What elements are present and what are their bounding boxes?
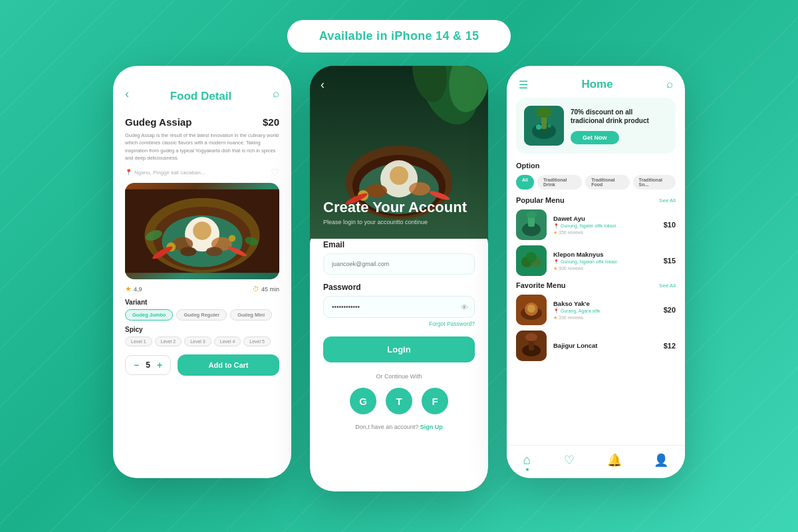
variant-tag-mini[interactable]: Gudeg Mini [230, 309, 272, 321]
location-row: 📍 Nganu, Pinggir kali cacaban... ♡ [125, 167, 279, 178]
bakso-image [516, 295, 547, 325]
login-back-icon[interactable]: ‹ [321, 78, 325, 92]
rating-time-row: ★ 4,9 ⏱ 45 min [125, 285, 279, 293]
dawet-price: $10 [664, 221, 676, 229]
bajigur-image [516, 331, 547, 361]
svg-point-34 [536, 107, 552, 118]
menu-item-klepon[interactable]: Klepon Maknyus 📍 Gunung, Ngalan sifik lo… [516, 245, 676, 276]
nav-home-icon[interactable]: ⌂ [523, 452, 531, 467]
login-button[interactable]: Login [323, 336, 475, 362]
svg-point-5 [193, 221, 211, 240]
bakso-price: $20 [664, 306, 676, 314]
star-icon: ★ [125, 285, 132, 293]
option-all[interactable]: All [516, 175, 534, 190]
spicy-level-1[interactable]: Level 1 [125, 336, 152, 346]
nav-profile-icon[interactable]: 👤 [654, 453, 668, 467]
bajigur-info: Bajigur Loncat [553, 342, 657, 350]
favorite-section-row: Favorite Menu See All [516, 281, 676, 289]
svg-point-52 [525, 333, 537, 341]
eye-icon[interactable]: 👁 [461, 303, 468, 311]
login-title: Create Your Account [323, 199, 475, 216]
twitter-login-button[interactable]: T [386, 388, 412, 414]
home-search-icon[interactable]: ⌕ [666, 78, 673, 91]
dawet-image [516, 209, 547, 240]
klepon-reviews: ★ 300 reviews [553, 266, 657, 271]
hamburger-icon[interactable]: ☰ [519, 78, 528, 91]
spicy-level-2[interactable]: Level 2 [155, 336, 182, 346]
variant-tag-reguler[interactable]: Gudeg Reguler [176, 309, 227, 321]
home-header: ☰ Home ⌕ [507, 66, 685, 98]
svg-point-40 [526, 211, 537, 218]
food-rating: ★ 4,9 [125, 285, 142, 293]
phones-container: ‹ Food Detail ⌕ Gudeg Assiap $20 Gudeg A… [113, 66, 685, 491]
menu-item-dawet[interactable]: Dawet Ayu 📍 Gunung, Ngaler sifik lokasi … [516, 209, 676, 240]
add-to-cart-button[interactable]: Add to Cart [178, 354, 279, 376]
email-input[interactable] [323, 253, 475, 275]
svg-point-35 [536, 124, 541, 130]
login-subtitle: Please login to your accountto continue [323, 219, 475, 225]
svg-point-44 [526, 252, 537, 263]
google-login-button[interactable]: G [350, 388, 376, 414]
spicy-level-5[interactable]: Level 5 [243, 336, 271, 346]
svg-point-27 [409, 182, 430, 196]
quantity-control: − 5 + [125, 355, 171, 375]
login-hero: ‹ Create Your Account Please login to yo… [310, 66, 488, 239]
bakso-location: 📍 Gurang, Agara sifik [553, 309, 657, 314]
signup-link[interactable]: Sign Up [420, 424, 443, 430]
spicy-level-4[interactable]: Level 4 [214, 336, 241, 346]
food-price: $20 [263, 116, 279, 128]
menu-item-bajigur[interactable]: Bajigur Loncat $12 [516, 331, 676, 361]
social-icons: G T F [323, 388, 475, 414]
food-name-row: Gudeg Assiap $20 [125, 116, 279, 128]
home-body: 70% discount on all tradicional drink pr… [507, 98, 685, 445]
svg-point-8 [180, 247, 196, 256]
promo-content: 70% discount on all tradicional drink pr… [571, 108, 668, 144]
svg-point-25 [390, 166, 408, 185]
nav-favorites-icon[interactable]: ♡ [564, 453, 575, 467]
spicy-label: Spicy [125, 326, 279, 333]
back-icon[interactable]: ‹ [125, 87, 129, 101]
nav-notifications-icon[interactable]: 🔔 [607, 453, 622, 467]
or-divider: Or Continue With [323, 373, 475, 380]
login-form: Email Password 👁 Forgot Password? Login … [310, 225, 488, 491]
klepon-price: $15 [664, 257, 676, 265]
klepon-location: 📍 Gunung, Ngalan sifik lokasi [553, 259, 657, 265]
variant-tag-jumbo[interactable]: Gudeg Jumbo [125, 309, 173, 321]
location-text: 📍 Nganu, Pinggir kali cacaban... [125, 169, 205, 176]
favorite-see-all[interactable]: See All [659, 283, 676, 289]
spicy-level-3[interactable]: Level 3 [184, 336, 211, 346]
qty-decrease[interactable]: − [134, 360, 139, 370]
get-now-button[interactable]: Get Now [571, 131, 619, 144]
food-description: Gudeg Assap is the result of the latest … [125, 132, 279, 162]
option-traditional-drink[interactable]: Traditional Drink [537, 175, 582, 190]
qty-increase[interactable]: + [157, 360, 162, 370]
signup-text: Don,t have an account? Sign Up [323, 424, 475, 430]
location-icon: 📍 [125, 169, 132, 176]
bajigur-price: $12 [664, 342, 676, 350]
password-field-wrap: 👁 [323, 296, 475, 318]
password-input[interactable] [323, 296, 475, 318]
food-name: Gudeg Assiap [125, 116, 192, 128]
svg-point-48 [527, 305, 535, 313]
svg-point-9 [206, 247, 222, 256]
svg-point-36 [547, 124, 551, 128]
home-title: Home [581, 78, 612, 91]
food-detail-header: ‹ Food Detail ⌕ [113, 66, 291, 116]
spicy-tags: Level 1 Level 2 Level 3 Level 4 Level 5 [125, 336, 279, 346]
popular-section-title: Popular Menu [516, 196, 565, 204]
popular-see-all[interactable]: See All [659, 198, 676, 203]
location-pin-icon: 📍 [553, 223, 559, 229]
option-traditional-sn[interactable]: Traditional Sn... [633, 175, 676, 190]
facebook-login-button[interactable]: F [422, 388, 448, 414]
search-icon[interactable]: ⌕ [273, 87, 279, 100]
forgot-password-link[interactable]: Forgot Password? [323, 321, 475, 327]
favorite-icon[interactable]: ♡ [271, 167, 279, 178]
phone-login: ‹ Create Your Account Please login to yo… [310, 66, 488, 491]
dawet-location: 📍 Gunung, Ngaler sifik lokasi [553, 223, 657, 229]
location-pin3-icon: 📍 [553, 309, 559, 314]
bakso-name: Bakso Yak'e [553, 300, 657, 307]
menu-item-bakso[interactable]: Bakso Yak'e 📍 Gurang, Agara sifik ★ 330 … [516, 295, 676, 325]
option-section-title: Option [516, 162, 539, 170]
phone-food-detail: ‹ Food Detail ⌕ Gudeg Assiap $20 Gudeg A… [113, 66, 291, 478]
option-traditional-food[interactable]: Traditional Food [585, 175, 629, 190]
